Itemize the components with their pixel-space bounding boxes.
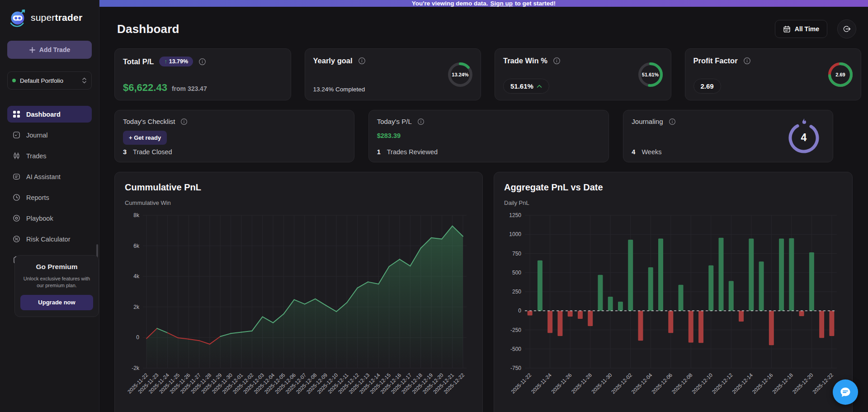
sidebar-item-label: Journal — [26, 132, 48, 139]
svg-text:6k: 6k — [133, 243, 140, 249]
cumulative-pnl-chart-subtitle: Cummulative Win — [125, 199, 472, 206]
svg-text:2025-12-04: 2025-12-04 — [631, 372, 654, 395]
donut-value-label: 51.61% — [637, 61, 665, 89]
total-pl-subtext: from 323.47 — [172, 85, 207, 92]
report-pie-icon — [13, 194, 20, 201]
sidebar-item-label: Dashboard — [26, 111, 61, 118]
aggregate-pnl-chart-title: Aggregate PnL vs Date — [504, 182, 842, 193]
chevron-up-down-icon — [82, 77, 87, 84]
sidebar-item-ai-assistant[interactable]: AI Assistant — [7, 168, 92, 185]
info-icon[interactable] — [198, 58, 206, 66]
svg-text:2025-12-18: 2025-12-18 — [771, 372, 794, 395]
info-icon[interactable] — [417, 118, 425, 125]
sign-up-link[interactable]: Sign up — [491, 0, 513, 7]
svg-text:2025-11-24: 2025-11-24 — [530, 372, 553, 395]
caret-up-icon — [537, 85, 542, 88]
cumulative-pnl-chart: 8k6k4k2k0-2k2025-11-222025-11-232025-11-… — [125, 209, 472, 410]
add-trade-button[interactable]: Add Trade — [7, 41, 92, 59]
profit-factor-title: Profit Factor — [693, 57, 738, 65]
trade-closed-count: 3 — [123, 148, 127, 156]
svg-text:2k: 2k — [133, 304, 140, 310]
yearly-goal-title: Yearly goal — [313, 57, 353, 65]
banner-text: You're viewing demo data. — [412, 0, 488, 7]
todays-pl-card: Today's P/L $283.39 1 Trades Reviewed — [368, 110, 609, 162]
svg-text:2025-12-22: 2025-12-22 — [811, 372, 834, 395]
trade-win-title: Trade Win % — [503, 57, 547, 65]
svg-text:1000: 1000 — [509, 231, 521, 237]
sidebar-item-reports[interactable]: Reports — [7, 189, 92, 206]
svg-text:2025-12-10: 2025-12-10 — [691, 372, 713, 395]
trade-win-pill[interactable]: 51.61% — [503, 79, 549, 94]
journaling-title: Journaling — [632, 118, 663, 125]
sign-out-button[interactable] — [837, 19, 856, 38]
trades-reviewed-label: Trades Reviewed — [387, 148, 438, 156]
plus-icon — [29, 47, 36, 53]
profit-factor-donut: 2.69 — [826, 61, 854, 89]
info-icon[interactable] — [553, 57, 561, 65]
page-header: Dashboard All Time — [99, 7, 868, 38]
total-pl-card: Total P/L ↑ 13.79% $6,622.43 from 323.47 — [114, 48, 291, 100]
todays-checklist-card: Today's Checklist + Get ready 3 Trade Cl… — [114, 110, 354, 162]
sidebar-item-dashboard[interactable]: Dashboard — [7, 106, 92, 123]
total-pl-value: $6,622.43 — [123, 82, 167, 94]
portfolio-selector[interactable]: Default Portfolio — [7, 71, 92, 90]
banner-text-suffix: to get started! — [515, 0, 556, 7]
chat-fab-button[interactable] — [833, 379, 858, 405]
brand-logo-icon — [8, 8, 27, 27]
todays-pl-value: $283.39 — [377, 132, 601, 139]
donut-value-label: 2.69 — [826, 61, 854, 89]
trade-win-card: Trade Win % 51.61% 51.61% — [495, 48, 671, 100]
total-pl-title: Total P/L — [123, 57, 154, 66]
aggregate-pnl-chart: 125010007505002500-250-500-7502025-11-22… — [504, 209, 842, 410]
date-range-button[interactable]: All Time — [775, 20, 827, 38]
svg-text:2025-11-30: 2025-11-30 — [590, 372, 613, 394]
svg-text:-500: -500 — [510, 346, 521, 352]
target-icon — [13, 214, 20, 222]
cumulative-pnl-card: Cummulative PnL Cummulative Win 8k6k4k2k… — [114, 172, 483, 412]
checklist-title: Today's Checklist — [123, 118, 175, 125]
aggregate-pnl-chart-subtitle: Daily PnL — [504, 199, 842, 206]
info-icon[interactable] — [180, 118, 188, 125]
yearly-goal-progress-text: 13.24% Completed — [313, 86, 365, 93]
sidebar-item-journal[interactable]: Journal — [7, 127, 92, 143]
grid-icon — [13, 110, 20, 118]
trades-reviewed-count: 1 — [377, 148, 381, 156]
upgrade-now-button[interactable]: Upgrade now — [20, 295, 93, 310]
brand-logo: supertrader — [7, 6, 92, 28]
get-ready-button[interactable]: + Get ready — [123, 131, 167, 145]
sidebar-item-label: Risk Calculator — [26, 236, 71, 243]
svg-text:2025-12-16: 2025-12-16 — [751, 372, 774, 395]
svg-text:0: 0 — [518, 308, 521, 314]
svg-text:2025-11-22: 2025-11-22 — [510, 372, 532, 394]
svg-text:500: 500 — [512, 270, 521, 276]
demo-banner: You're viewing demo data. Sign up to get… — [99, 0, 868, 7]
arrow-up-icon: ↑ — [164, 58, 167, 65]
info-icon[interactable] — [669, 118, 676, 125]
premium-body: Unlock exclusive features with our premi… — [20, 275, 93, 289]
calendar-icon — [783, 25, 791, 33]
percent-icon — [13, 235, 20, 243]
trade-closed-label: Trade Closed — [133, 148, 172, 156]
profit-factor-pill: 2.69 — [693, 79, 721, 94]
yearly-goal-donut: 13.24% — [446, 61, 474, 89]
stats-row: Total P/L ↑ 13.79% $6,622.43 from 323.47 — [114, 48, 861, 100]
sidebar-item-label: Trades — [26, 152, 47, 160]
journaling-card: Journaling 4 Weeks 4 — [623, 110, 833, 162]
sidebar-item-risk-calculator[interactable]: Risk Calculator — [7, 231, 92, 247]
portfolio-name: Default Portfolio — [20, 77, 63, 84]
app-root: supertrader Add Trade Default Portfolio … — [0, 0, 868, 412]
journaling-ring-value: 4 — [785, 120, 823, 155]
svg-text:2025-12-14: 2025-12-14 — [731, 372, 754, 395]
candlestick-icon — [13, 152, 20, 160]
page-title: Dashboard — [117, 22, 179, 36]
svg-text:2025-12-12: 2025-12-12 — [711, 372, 734, 395]
charts-row: Cummulative PnL Cummulative Win 8k6k4k2k… — [114, 172, 868, 412]
sidebar-item-playbook[interactable]: Playbook — [7, 210, 92, 227]
cumulative-pnl-chart-title: Cummulative PnL — [125, 182, 472, 193]
sidebar-item-trades[interactable]: Trades — [7, 147, 92, 164]
sidebar-item-label: Reports — [26, 194, 49, 201]
info-icon[interactable] — [358, 57, 366, 65]
sign-out-icon — [842, 24, 851, 33]
svg-text:250: 250 — [512, 289, 521, 295]
info-icon[interactable] — [743, 57, 751, 65]
